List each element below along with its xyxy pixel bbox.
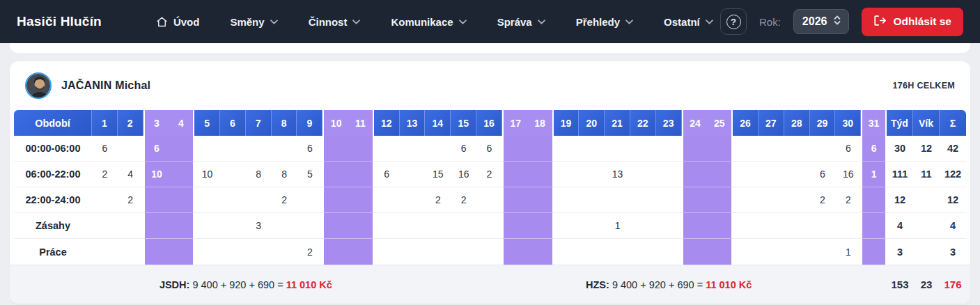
- day-cell-3: [143, 213, 169, 239]
- day-header-20: 20: [579, 110, 605, 136]
- day-cell-24: [682, 239, 708, 265]
- member-total-badge: 176H CELKEM: [893, 81, 955, 91]
- day-cell-10: [322, 162, 348, 187]
- summary-header-tyd: Týd: [887, 110, 913, 136]
- top-navbar: Hasiči Hlučín ÚvodSměnyČinnostKomunikace…: [0, 0, 980, 43]
- day-cell-17: [502, 239, 528, 265]
- week-sum-cell: 30: [887, 136, 913, 162]
- weekend-sum-cell: 12: [913, 136, 940, 162]
- day-cell-16: 2: [476, 162, 502, 187]
- help-button[interactable]: ?: [720, 8, 747, 35]
- day-cell-11: [348, 239, 374, 265]
- week-sum-cell: 111: [887, 162, 913, 187]
- day-header-22: 22: [630, 110, 656, 136]
- table-row-00-00-06-00: 00:00-06:006666666301242: [14, 136, 966, 162]
- day-header-8: 8: [272, 110, 297, 136]
- day-cell-7: [246, 239, 272, 265]
- nav-item-sprava[interactable]: Správa: [497, 16, 545, 28]
- member-card: JAČANIN Michal 176H CELKEM Období1234567…: [10, 61, 970, 304]
- summary-header--: Σ: [940, 110, 966, 136]
- day-header-7: 7: [246, 110, 272, 136]
- day-header-31: 31: [861, 110, 887, 136]
- day-cell-25: [707, 213, 733, 239]
- day-cell-27: [759, 187, 784, 213]
- day-cell-23: [656, 136, 682, 162]
- avatar[interactable]: [25, 72, 52, 99]
- day-header-1: 1: [92, 110, 118, 136]
- chevron-down-icon: [625, 19, 633, 24]
- day-header-13: 13: [400, 110, 426, 136]
- day-header-24: 24: [682, 110, 708, 136]
- day-cell-28: [784, 239, 810, 265]
- day-header-16: 16: [476, 110, 502, 136]
- day-cell-27: [759, 239, 784, 265]
- day-cell-1: [92, 239, 118, 265]
- nav-item-cinnost[interactable]: Činnost: [309, 16, 361, 28]
- day-header-17: 17: [502, 110, 528, 136]
- day-cell-6: [220, 136, 246, 162]
- day-cell-24: [682, 213, 708, 239]
- nav-item-label: Přehledy: [576, 16, 620, 28]
- day-cell-20: [579, 187, 605, 213]
- summary-header-vik: Vík: [913, 110, 940, 136]
- nav-item-prehledy[interactable]: Přehledy: [576, 16, 633, 28]
- day-cell-5: [194, 136, 220, 162]
- member-name: JAČANIN Michal: [61, 79, 150, 92]
- chevron-down-icon: [352, 19, 360, 24]
- row-label: 06:00-22:00: [14, 162, 92, 187]
- week-hours-total: 153: [887, 279, 913, 290]
- day-cell-22: [630, 187, 656, 213]
- jsdh-formula: 9 400 + 920 + 690 =: [192, 279, 283, 290]
- day-cell-25: [707, 239, 733, 265]
- hzs-formula: 9 400 + 920 + 690 =: [612, 279, 703, 290]
- nav-item-label: Úvod: [173, 16, 200, 28]
- day-cell-11: [348, 187, 374, 213]
- nav-item-uvod[interactable]: Úvod: [156, 16, 200, 28]
- day-cell-22: [630, 136, 656, 162]
- day-header-29: 29: [810, 110, 836, 136]
- logout-button[interactable]: Odhlásit se: [862, 8, 963, 36]
- day-cell-2: 4: [118, 162, 143, 187]
- day-cell-15: 6: [451, 136, 476, 162]
- day-cell-31: 6: [861, 136, 887, 162]
- day-cell-3: 6: [143, 136, 169, 162]
- row-label: Zásahy: [14, 213, 92, 239]
- day-cell-30: 1: [835, 239, 861, 265]
- day-cell-6: [220, 187, 246, 213]
- day-cell-8: [272, 136, 297, 162]
- day-cell-17: [502, 213, 528, 239]
- day-header-6: 6: [220, 110, 246, 136]
- day-header-19: 19: [554, 110, 580, 136]
- day-cell-12: [374, 136, 400, 162]
- day-header-2: 2: [118, 110, 143, 136]
- day-cell-16: [476, 213, 502, 239]
- day-cell-12: [374, 213, 400, 239]
- day-cell-4: [169, 187, 194, 213]
- day-cell-26: [733, 136, 759, 162]
- total-sum-cell: 42: [940, 136, 966, 162]
- nav-item-ostatni[interactable]: Ostatní: [664, 16, 713, 28]
- day-cell-28: [784, 162, 810, 187]
- table-header-row: Období1234567891011121314151617181920212…: [14, 110, 966, 136]
- nav-item-komunikace[interactable]: Komunikace: [391, 16, 466, 28]
- day-cell-28: [784, 187, 810, 213]
- day-cell-28: [784, 213, 810, 239]
- hzs-summary: HZS: 9 400 + 920 + 690 = 11 010 Kč: [528, 279, 810, 290]
- day-cell-19: [554, 239, 580, 265]
- day-cell-23: [656, 162, 682, 187]
- nav-item-label: Správa: [497, 16, 532, 28]
- day-cell-29: 6: [810, 162, 836, 187]
- day-header-11: 11: [348, 110, 374, 136]
- day-cell-12: [374, 239, 400, 265]
- nav-item-smeny[interactable]: Směny: [230, 16, 277, 28]
- day-cell-5: [194, 213, 220, 239]
- week-sum-cell: 12: [887, 187, 913, 213]
- day-cell-4: [169, 136, 194, 162]
- day-header-9: 9: [297, 110, 322, 136]
- day-cell-12: 6: [374, 162, 400, 187]
- day-header-25: 25: [707, 110, 733, 136]
- day-cell-26: [733, 187, 759, 213]
- year-select[interactable]: 2026: [793, 9, 850, 34]
- day-cell-27: [759, 162, 784, 187]
- table-footer: JSDH: 9 400 + 920 + 690 = 11 010 Kč HZS:…: [10, 265, 970, 304]
